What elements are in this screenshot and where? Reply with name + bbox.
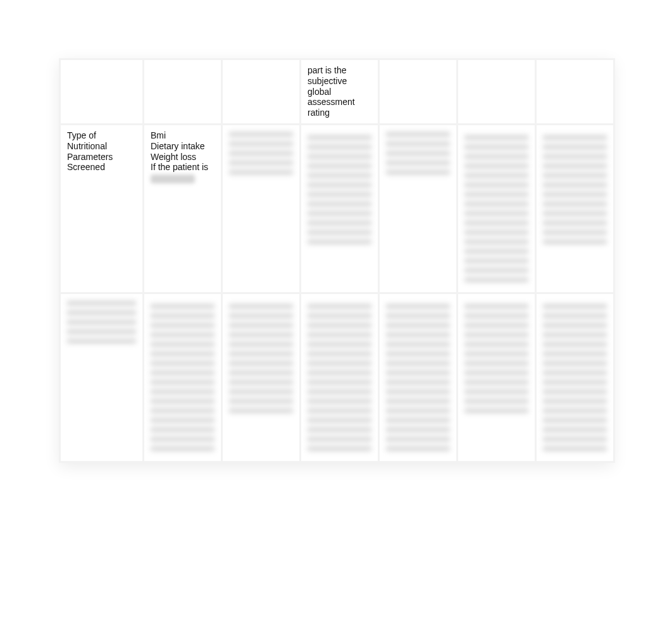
cell-line: If the patient is <box>151 162 215 173</box>
table-row: Type of Nutritional Parameters Screened … <box>60 124 614 293</box>
cell-r2-c6: . <box>536 293 614 462</box>
blurred-text <box>151 175 195 183</box>
blurred-text: . <box>151 299 215 310</box>
cell-r0-c5 <box>457 59 536 125</box>
blurred-text: . <box>308 130 371 141</box>
cell-r0-c4 <box>379 59 457 125</box>
cell-r0-c1 <box>144 59 222 125</box>
table-row: part is the subjective global assessment… <box>60 59 614 125</box>
blurred-text: . <box>543 130 607 141</box>
cell-r2-c5: . <box>457 293 536 462</box>
cell-r1-c1: Bmi Dietary intake Weight loss If the pa… <box>144 124 222 293</box>
cell-r1-c2: . <box>222 124 301 293</box>
cell-r0-c6 <box>536 59 614 125</box>
cell-r1-c0: Type of Nutritional Parameters Screened <box>60 124 144 293</box>
table-container: part is the subjective global assessment… <box>59 58 613 463</box>
cell-r1-c6: . <box>536 124 614 293</box>
cell-r1-c5: . <box>457 124 536 293</box>
cell-r2-c1: . <box>144 293 222 462</box>
cell-line: Dietary intake <box>151 141 215 152</box>
blurred-text: . <box>67 299 136 310</box>
cell-line: Weight loss <box>151 152 215 163</box>
blurred-text: . <box>308 299 371 310</box>
blurred-text: . <box>464 299 528 310</box>
cell-r2-c3: . <box>301 293 379 462</box>
blurred-text: . <box>464 130 528 141</box>
blurred-text: . <box>229 130 293 141</box>
cell-r1-c4: . <box>379 124 457 293</box>
cell-r2-c4: . <box>379 293 457 462</box>
blurred-text: . <box>543 299 607 310</box>
nutrition-table: part is the subjective global assessment… <box>59 58 615 463</box>
table-row: . . . . . . . <box>60 293 614 462</box>
blurred-text: . <box>229 299 293 310</box>
cell-r0-c0 <box>60 59 144 125</box>
blurred-text: . <box>386 299 450 310</box>
cell-r0-c2 <box>222 59 301 125</box>
cell-line: Bmi <box>151 130 215 141</box>
blurred-text: . <box>386 130 450 141</box>
row-header-text: Type of Nutritional Parameters Screened <box>67 130 113 172</box>
cell-r0-c3: part is the subjective global assessment… <box>301 59 379 125</box>
cell-r2-c2: . <box>222 293 301 462</box>
cell-r1-c3: . <box>301 124 379 293</box>
cell-r2-c0: . <box>60 293 144 462</box>
document-page: part is the subjective global assessment… <box>0 0 672 633</box>
cell-text: part is the subjective global assessment… <box>308 65 355 118</box>
